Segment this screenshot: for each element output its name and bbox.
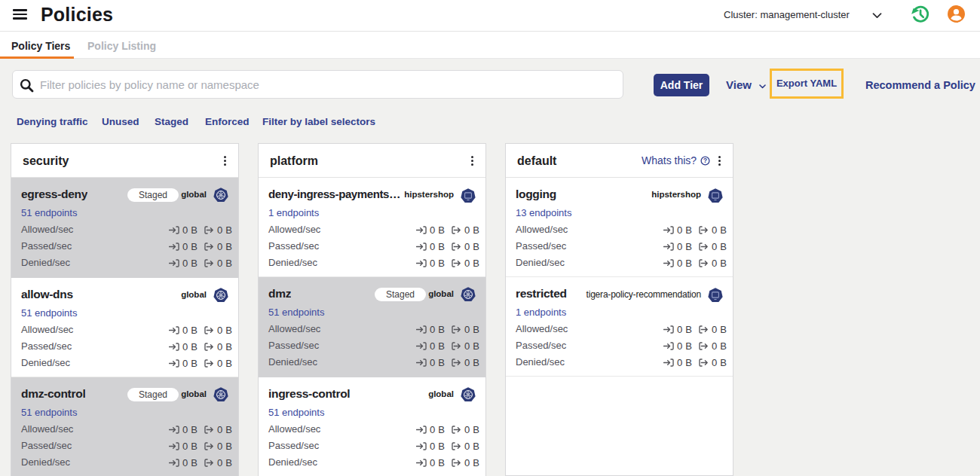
svg-text:?: ? xyxy=(703,157,707,164)
